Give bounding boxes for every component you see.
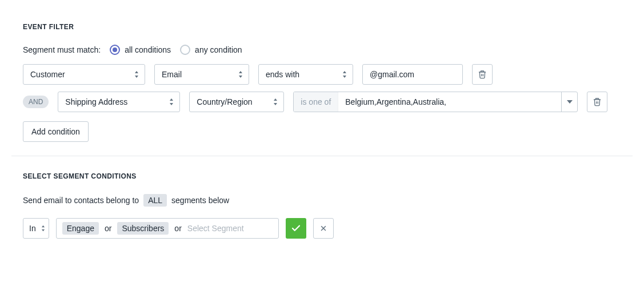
attribute-select-2[interactable]: Country/Region: [189, 92, 284, 112]
value-input[interactable]: @gmail.com: [362, 64, 463, 85]
multiselect-country[interactable]: is one of Belgium,Argentina,Australia,: [293, 92, 578, 112]
check-icon: [291, 223, 301, 233]
add-condition-label: Add condition: [31, 127, 80, 136]
delete-condition-button-2[interactable]: [587, 92, 607, 112]
multiselect-operator-label: is one of: [294, 92, 338, 112]
condition-row-1: Customer Email ends with @gmail.com: [23, 64, 621, 85]
confirm-button[interactable]: [286, 218, 306, 239]
segment-placeholder: Select Segment: [187, 224, 244, 233]
segment-conditions-title: SELECT SEGMENT CONDITIONS: [23, 172, 621, 180]
select-arrows-icon: [342, 71, 347, 78]
select-arrows-icon: [134, 71, 139, 78]
attribute-select[interactable]: Email: [154, 64, 249, 85]
cancel-button[interactable]: [313, 218, 334, 239]
segment-chip-engage[interactable]: Engage: [62, 222, 99, 235]
add-condition-button[interactable]: Add condition: [23, 121, 89, 142]
logic-and-pill: AND: [23, 96, 49, 108]
event-filter-title: EVENT FILTER: [23, 23, 621, 31]
value-input-text: @gmail.com: [370, 70, 414, 79]
sentence-post: segments below: [171, 196, 229, 205]
multiselect-dropdown-toggle[interactable]: [561, 92, 577, 112]
sentence-all-badge[interactable]: ALL: [143, 194, 167, 207]
match-row: Segment must match: all conditions any c…: [23, 45, 621, 55]
entity-select-2-value: Shipping Address: [65, 97, 127, 106]
operator-select[interactable]: ends with: [258, 64, 353, 85]
radio-button-checked-icon: [110, 45, 120, 55]
condition-row-2: AND Shipping Address Country/Region is o…: [23, 92, 621, 112]
chevron-down-icon: [567, 100, 573, 104]
segment-sentence: Send email to contacts belong to ALL seg…: [23, 194, 621, 207]
radio-any-label: any condition: [195, 45, 242, 54]
select-arrows-icon: [169, 98, 174, 105]
segment-input[interactable]: Engage or Subscribers or Select Segment: [56, 218, 279, 239]
trash-icon: [593, 97, 602, 106]
in-select-value: In: [29, 224, 36, 233]
segment-row: In Engage or Subscribers or Select Segme…: [23, 218, 621, 239]
or-text-2: or: [174, 224, 181, 233]
or-text-1: or: [105, 224, 111, 233]
match-label: Segment must match:: [23, 45, 101, 54]
attribute-select-value: Email: [162, 70, 182, 79]
segment-chip-subscribers[interactable]: Subscribers: [117, 222, 169, 235]
multiselect-values: Belgium,Argentina,Australia,: [338, 92, 561, 112]
select-arrows-icon: [238, 71, 243, 78]
radio-any-condition[interactable]: any condition: [180, 45, 242, 55]
radio-all-label: all conditions: [125, 45, 171, 54]
sentence-pre: Send email to contacts belong to: [23, 196, 139, 205]
radio-all-conditions[interactable]: all conditions: [110, 45, 171, 55]
select-arrows-icon: [273, 98, 278, 105]
close-icon: [319, 224, 327, 232]
operator-select-value: ends with: [266, 70, 299, 79]
trash-icon: [478, 70, 487, 79]
attribute-select-2-value: Country/Region: [197, 97, 252, 106]
select-arrows-icon: [41, 225, 45, 232]
in-select[interactable]: In: [23, 218, 49, 239]
entity-select-2[interactable]: Shipping Address: [58, 92, 180, 112]
radio-button-unchecked-icon: [180, 45, 190, 55]
entity-select[interactable]: Customer: [23, 64, 145, 85]
entity-select-value: Customer: [30, 70, 65, 79]
section-divider: [11, 156, 633, 156]
delete-condition-button[interactable]: [472, 64, 493, 85]
